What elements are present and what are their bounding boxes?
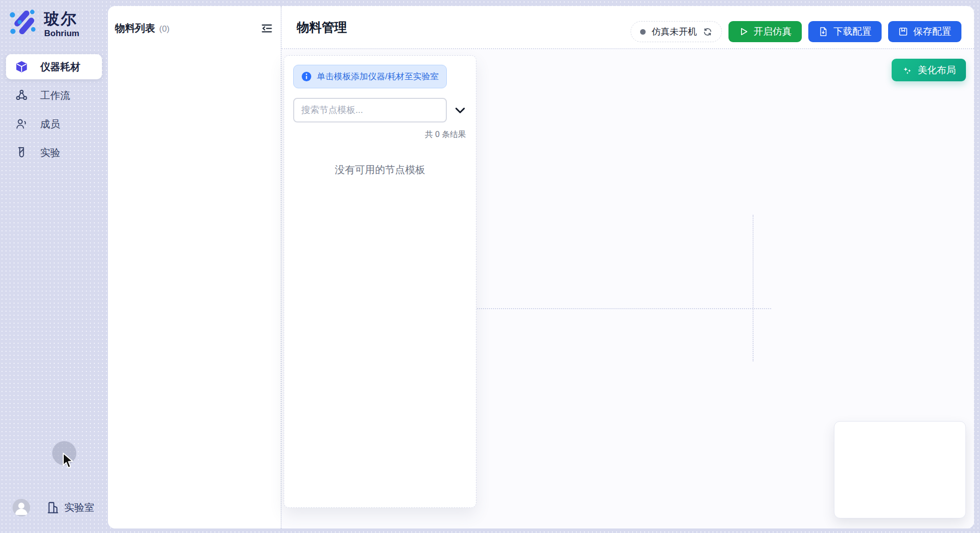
play-icon xyxy=(739,27,749,37)
page-title: 物料管理 xyxy=(297,19,347,36)
material-list-panel: 物料列表(0) xyxy=(108,6,282,528)
search-row xyxy=(293,98,467,122)
avatar[interactable] xyxy=(13,499,30,516)
sidebar: 玻尔 Bohrium 仪器耗材 工作流 成员 xyxy=(0,0,108,533)
collapse-panel-icon[interactable] xyxy=(260,22,274,35)
node-template-panel: 单击模板添加仪器/耗材至实验室 共 0 条结果 没有可用的节点模板 xyxy=(284,55,476,508)
status-dot-icon xyxy=(640,29,646,35)
save-icon xyxy=(898,27,908,37)
simulation-status-pill: 仿真未开机 xyxy=(631,21,722,42)
info-icon xyxy=(301,71,312,82)
header-actions: 仿真未开机 开启仿真 xyxy=(631,21,961,42)
flow-canvas[interactable]: 单击模板添加仪器/耗材至实验室 共 0 条结果 没有可用的节点模板 美 xyxy=(282,49,974,528)
refresh-icon[interactable] xyxy=(703,27,712,37)
start-simulation-button[interactable]: 开启仿真 xyxy=(728,21,802,42)
sidebar-item-experiment[interactable]: 实验 xyxy=(6,140,102,165)
result-count: 共 0 条结果 xyxy=(293,129,467,140)
sidebar-item-label: 成员 xyxy=(40,117,60,131)
empty-templates-text: 没有可用的节点模板 xyxy=(293,163,467,177)
canvas-guide-line-vertical xyxy=(753,215,754,361)
person-icon xyxy=(13,499,30,516)
start-simulation-label: 开启仿真 xyxy=(754,25,792,38)
sidebar-item-workflow[interactable]: 工作流 xyxy=(6,83,102,108)
status-label: 仿真未开机 xyxy=(652,26,697,38)
search-input[interactable] xyxy=(293,98,447,122)
material-list-count: (0) xyxy=(159,24,170,34)
lab-label: 实验室 xyxy=(64,501,94,514)
experiment-icon xyxy=(15,146,28,159)
chevron-down-icon[interactable] xyxy=(453,103,467,117)
brand-logo: 玻尔 Bohrium xyxy=(9,8,79,39)
lab-link[interactable]: 实验室 xyxy=(46,501,94,514)
material-list-title: 物料列表(0) xyxy=(115,22,170,35)
cursor-pointer xyxy=(62,452,75,469)
sidebar-item-label: 工作流 xyxy=(40,89,70,102)
download-config-label: 下载配置 xyxy=(833,25,872,38)
sidebar-item-label: 实验 xyxy=(40,146,60,160)
main-header: 物料管理 仿真未开机 开启仿真 xyxy=(282,6,974,49)
building-icon xyxy=(46,501,60,514)
material-management-panel: 物料管理 仿真未开机 开启仿真 xyxy=(282,6,974,528)
brand-name-zh: 玻尔 xyxy=(44,11,79,28)
beautify-layout-label: 美化布局 xyxy=(918,64,956,77)
file-download-icon xyxy=(818,27,828,37)
sidebar-item-members[interactable]: 成员 xyxy=(6,111,102,137)
save-config-button[interactable]: 保存配置 xyxy=(888,21,961,42)
hint-text: 单击模板添加仪器/耗材至实验室 xyxy=(317,71,439,82)
main-card: 物料列表(0) 物料管理 仿真未开机 xyxy=(108,6,974,528)
members-icon xyxy=(15,117,28,130)
bohrium-logo-icon xyxy=(9,8,36,38)
minimap[interactable] xyxy=(834,421,966,518)
sidebar-nav: 仪器耗材 工作流 成员 实验 xyxy=(6,54,102,169)
sparkles-icon xyxy=(902,65,913,76)
hint-banner: 单击模板添加仪器/耗材至实验室 xyxy=(293,65,447,88)
sidebar-item-instruments[interactable]: 仪器耗材 xyxy=(6,54,102,79)
beautify-layout-button[interactable]: 美化布局 xyxy=(892,59,966,81)
sidebar-footer: 实验室 xyxy=(0,499,108,519)
brand-name-en: Bohrium xyxy=(44,29,79,39)
download-config-button[interactable]: 下载配置 xyxy=(808,21,882,42)
sidebar-item-label: 仪器耗材 xyxy=(40,60,80,74)
save-config-label: 保存配置 xyxy=(913,25,951,38)
canvas-guide-line-horizontal xyxy=(477,308,771,309)
workflow-icon xyxy=(15,89,28,102)
cube-icon xyxy=(15,60,28,73)
